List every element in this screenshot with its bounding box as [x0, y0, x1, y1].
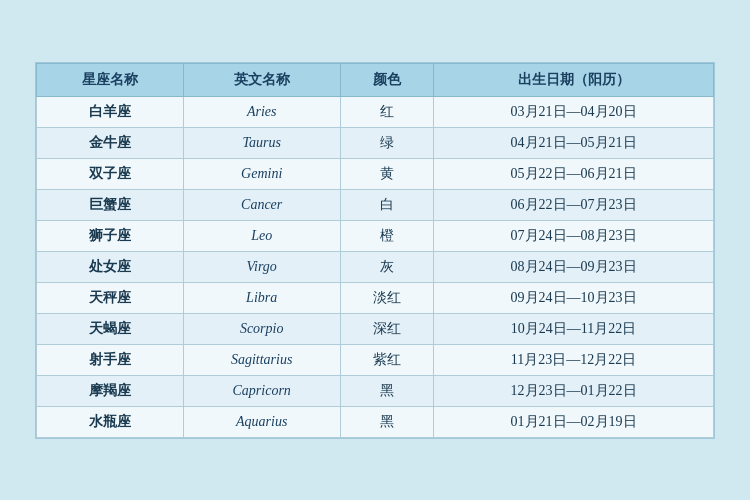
col-header-english: 英文名称: [183, 63, 340, 96]
table-row: 处女座Virgo灰08月24日—09月23日: [37, 251, 714, 282]
cell-chinese: 狮子座: [37, 220, 184, 251]
cell-chinese: 巨蟹座: [37, 189, 184, 220]
cell-chinese: 处女座: [37, 251, 184, 282]
cell-english: Leo: [183, 220, 340, 251]
cell-english: Taurus: [183, 127, 340, 158]
cell-dates: 06月22日—07月23日: [434, 189, 714, 220]
table-row: 水瓶座Aquarius黑01月21日—02月19日: [37, 406, 714, 437]
cell-dates: 07月24日—08月23日: [434, 220, 714, 251]
cell-english: Scorpio: [183, 313, 340, 344]
col-header-color: 颜色: [340, 63, 433, 96]
cell-english: Virgo: [183, 251, 340, 282]
cell-color: 橙: [340, 220, 433, 251]
cell-color: 深红: [340, 313, 433, 344]
cell-color: 红: [340, 96, 433, 127]
table-header-row: 星座名称 英文名称 颜色 出生日期（阳历）: [37, 63, 714, 96]
cell-color: 紫红: [340, 344, 433, 375]
table-row: 巨蟹座Cancer白06月22日—07月23日: [37, 189, 714, 220]
cell-english: Aquarius: [183, 406, 340, 437]
cell-dates: 08月24日—09月23日: [434, 251, 714, 282]
zodiac-table-container: 星座名称 英文名称 颜色 出生日期（阳历） 白羊座Aries红03月21日—04…: [35, 62, 715, 439]
cell-dates: 11月23日—12月22日: [434, 344, 714, 375]
cell-chinese: 摩羯座: [37, 375, 184, 406]
cell-color: 绿: [340, 127, 433, 158]
table-row: 摩羯座Capricorn黑12月23日—01月22日: [37, 375, 714, 406]
table-row: 狮子座Leo橙07月24日—08月23日: [37, 220, 714, 251]
cell-english: Gemini: [183, 158, 340, 189]
cell-dates: 10月24日—11月22日: [434, 313, 714, 344]
zodiac-table: 星座名称 英文名称 颜色 出生日期（阳历） 白羊座Aries红03月21日—04…: [36, 63, 714, 438]
cell-color: 灰: [340, 251, 433, 282]
cell-dates: 04月21日—05月21日: [434, 127, 714, 158]
table-row: 天秤座Libra淡红09月24日—10月23日: [37, 282, 714, 313]
cell-dates: 05月22日—06月21日: [434, 158, 714, 189]
cell-color: 黑: [340, 406, 433, 437]
cell-chinese: 金牛座: [37, 127, 184, 158]
cell-english: Capricorn: [183, 375, 340, 406]
cell-chinese: 天蝎座: [37, 313, 184, 344]
col-header-chinese: 星座名称: [37, 63, 184, 96]
cell-color: 淡红: [340, 282, 433, 313]
cell-color: 黑: [340, 375, 433, 406]
cell-dates: 01月21日—02月19日: [434, 406, 714, 437]
cell-english: Libra: [183, 282, 340, 313]
table-row: 射手座Sagittarius紫红11月23日—12月22日: [37, 344, 714, 375]
table-row: 天蝎座Scorpio深红10月24日—11月22日: [37, 313, 714, 344]
cell-dates: 12月23日—01月22日: [434, 375, 714, 406]
table-row: 白羊座Aries红03月21日—04月20日: [37, 96, 714, 127]
cell-chinese: 射手座: [37, 344, 184, 375]
cell-chinese: 天秤座: [37, 282, 184, 313]
cell-color: 黄: [340, 158, 433, 189]
cell-dates: 09月24日—10月23日: [434, 282, 714, 313]
cell-chinese: 水瓶座: [37, 406, 184, 437]
cell-english: Cancer: [183, 189, 340, 220]
table-row: 金牛座Taurus绿04月21日—05月21日: [37, 127, 714, 158]
table-row: 双子座Gemini黄05月22日—06月21日: [37, 158, 714, 189]
cell-english: Aries: [183, 96, 340, 127]
col-header-dates: 出生日期（阳历）: [434, 63, 714, 96]
cell-chinese: 白羊座: [37, 96, 184, 127]
cell-color: 白: [340, 189, 433, 220]
cell-chinese: 双子座: [37, 158, 184, 189]
cell-english: Sagittarius: [183, 344, 340, 375]
cell-dates: 03月21日—04月20日: [434, 96, 714, 127]
